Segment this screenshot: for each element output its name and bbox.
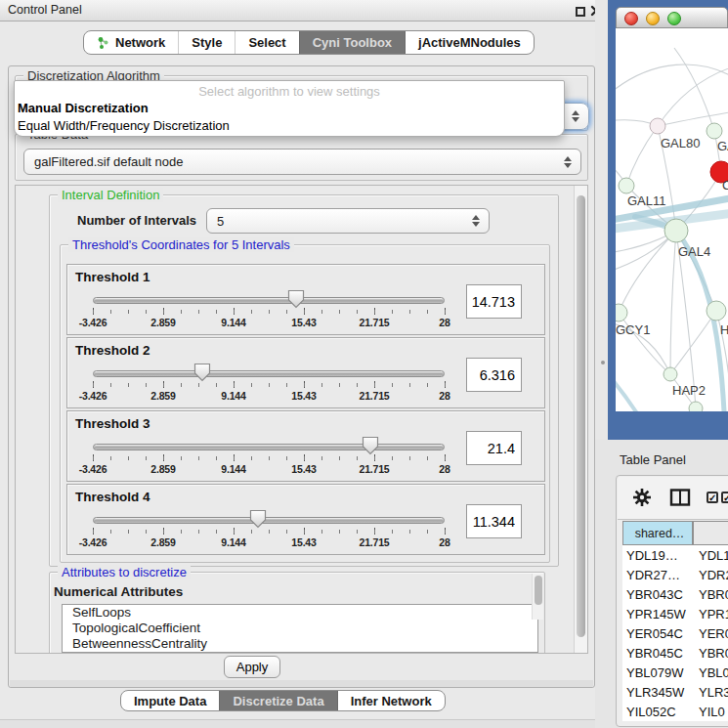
- gear-icon[interactable]: [632, 488, 652, 507]
- slider-track[interactable]: [93, 517, 445, 524]
- table-cell[interactable]: YBR045C: [622, 643, 693, 663]
- num-intervals-combobox[interactable]: 5: [206, 208, 490, 234]
- table-cell[interactable]: YIL0: [693, 702, 728, 721]
- table-cell[interactable]: YBR0: [693, 643, 728, 663]
- table-cell[interactable]: YBL079W: [622, 663, 693, 682]
- table-data-group: Table Data galFiltered.sif default node: [15, 134, 588, 181]
- tick-label: 2.859: [150, 463, 175, 475]
- slider-handle[interactable]: [362, 436, 379, 455]
- settings-scroll-panel: Interval Definition Number of Intervals …: [15, 185, 588, 654]
- table-cell[interactable]: YBL0: [693, 663, 728, 682]
- minimize-traffic-light-icon[interactable]: [646, 12, 660, 25]
- slider-handle[interactable]: [249, 509, 267, 529]
- network-icon: [97, 36, 109, 50]
- threshold-value-field[interactable]: [466, 431, 522, 465]
- tick-label: -3.426: [79, 317, 107, 328]
- table-cell[interactable]: YBR0: [693, 584, 728, 604]
- slider-track[interactable]: [93, 444, 445, 450]
- tab-impute-data[interactable]: Impute Data: [121, 691, 219, 710]
- table-cell[interactable]: YLR3: [693, 682, 728, 702]
- threshold-value-field[interactable]: [466, 504, 522, 538]
- table-row[interactable]: YPR145WYPR1: [622, 604, 728, 623]
- node-gal11[interactable]: [619, 178, 634, 193]
- attributes-scrollbar[interactable]: [532, 574, 543, 620]
- node-bottom[interactable]: [689, 402, 703, 411]
- threshold-value-field[interactable]: [466, 284, 522, 319]
- settings-scrollbar[interactable]: [574, 186, 587, 653]
- table-cell[interactable]: YDR27…: [622, 565, 693, 584]
- interval-definition-group: Interval Definition Number of Intervals …: [49, 194, 559, 567]
- checkbox-node-icon[interactable]: ✓: [707, 492, 718, 503]
- threshold-row: Threshold 4 -3.4262.8599.14415.4321.7152…: [66, 484, 545, 555]
- table-cell[interactable]: YLR345W: [622, 682, 693, 702]
- node-gal4[interactable]: [664, 219, 688, 242]
- splitpane-grip[interactable]: [601, 361, 605, 364]
- node-gcy1[interactable]: [616, 304, 627, 321]
- slider-handle[interactable]: [193, 363, 211, 382]
- table-data-combobox[interactable]: galFiltered.sif default node: [23, 149, 581, 175]
- combo-arrows-icon: [472, 215, 480, 227]
- slider-handle[interactable]: [287, 289, 305, 309]
- apply-button[interactable]: Apply: [224, 656, 280, 678]
- bottom-tabbar: Impute Data Discretize Data Infer Networ…: [120, 690, 446, 711]
- slider-track[interactable]: [93, 370, 445, 377]
- table-cell[interactable]: YER054C: [622, 623, 693, 643]
- bottom-band: [0, 720, 605, 728]
- table-cell[interactable]: YBR043C: [622, 584, 693, 604]
- node-right[interactable]: [707, 301, 726, 321]
- tab-infer-network[interactable]: Infer Network: [337, 691, 445, 710]
- group-label: Threshold's Coordinates for 5 Intervals: [68, 237, 294, 252]
- popup-item-manual-discretization[interactable]: Manual Discretization: [15, 100, 564, 117]
- attribute-list-item[interactable]: TopologicalCoefficient: [63, 621, 537, 636]
- table-cell[interactable]: YDL1: [693, 545, 728, 565]
- tab-discretize-data[interactable]: Discretize Data: [219, 691, 336, 710]
- attribute-list-item[interactable]: BetweennessCentrality: [63, 636, 537, 652]
- table-cell[interactable]: YER0: [693, 623, 728, 643]
- float-window-icon[interactable]: [576, 7, 585, 17]
- tab-cyni-toolbox[interactable]: Cyni Toolbox: [299, 31, 405, 54]
- table-cell[interactable]: YPR1: [693, 604, 728, 623]
- node-gal80[interactable]: [650, 118, 665, 134]
- slider-track[interactable]: [93, 297, 445, 304]
- table-row[interactable]: YBL079WYBL0: [622, 663, 728, 682]
- table-cell[interactable]: YIL052C: [622, 702, 693, 721]
- column-header-shared-name[interactable]: shared…: [622, 521, 693, 545]
- threshold-label: Threshold 2: [75, 343, 150, 358]
- zoom-traffic-light-icon[interactable]: [667, 12, 681, 25]
- table-header: shared… na: [622, 521, 728, 545]
- tick-label: 21.715: [360, 390, 390, 402]
- table-row[interactable]: YBR043CYBR0: [622, 584, 728, 604]
- minor-ticks: [93, 530, 446, 534]
- table-row[interactable]: YER054CYER0: [622, 623, 728, 643]
- node-top-right[interactable]: [707, 123, 722, 139]
- tick-label: 28: [439, 317, 450, 328]
- column-header-name[interactable]: na: [693, 521, 728, 545]
- attribute-list-item[interactable]: SelfLoops: [63, 605, 537, 621]
- table-row[interactable]: YDL19…YDL1: [622, 545, 728, 565]
- tab-select[interactable]: Select: [235, 31, 298, 54]
- threshold-value-field[interactable]: [466, 358, 522, 392]
- attributes-group: Attributes to discretize Numerical Attri…: [49, 572, 545, 654]
- node-hap2[interactable]: [664, 367, 677, 381]
- group-label: Attributes to discretize: [58, 565, 191, 579]
- tab-label: Discretize Data: [233, 694, 323, 708]
- column-layout-icon[interactable]: [669, 488, 691, 507]
- close-traffic-light-icon[interactable]: [624, 12, 638, 25]
- checkbox-edge-icon[interactable]: ✓: [721, 492, 728, 503]
- table-row[interactable]: YLR345WYLR3: [622, 682, 728, 702]
- popup-item-equal-width-frequency[interactable]: Equal Width/Frequency Discretization: [15, 117, 564, 135]
- table-cell[interactable]: YDR2: [693, 565, 728, 584]
- table-cell[interactable]: YDL19…: [622, 545, 693, 565]
- network-window-titlebar[interactable]: [616, 7, 728, 28]
- table-row[interactable]: YDR27…YDR2: [622, 565, 728, 584]
- table-row[interactable]: YBR045CYBR0: [622, 643, 728, 663]
- table-cell[interactable]: YPR145W: [622, 604, 693, 623]
- tab-jactivemnodules[interactable]: jActiveMNodules: [405, 31, 534, 54]
- tick-label: 9.144: [221, 390, 245, 402]
- table-row[interactable]: YIL052CYIL0: [622, 702, 728, 721]
- network-canvas[interactable]: GAL80 GA C GAL11 GAL4 GCY1 H HAP2: [616, 28, 728, 411]
- tab-style[interactable]: Style: [178, 31, 235, 54]
- network-nodes[interactable]: [616, 118, 728, 411]
- tab-network[interactable]: Network: [84, 31, 178, 54]
- popup-prompt: Select algorithm to view settings: [15, 81, 564, 100]
